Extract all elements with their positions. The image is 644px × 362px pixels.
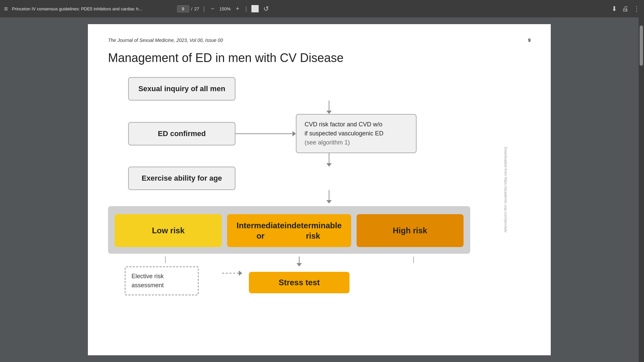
box-sexual-inquiry: Sexual inquiry of all men (128, 77, 235, 101)
risk-container: Low risk Intermediate or indeterminable … (108, 206, 470, 254)
main-container: The Journal of Sexual Medicine, 2023, Vo… (0, 17, 644, 362)
box-cvd-risk: CVD risk factor and CVD w/o if suspected… (296, 114, 417, 153)
cvd-risk-line1: CVD risk factor and CVD w/o (305, 120, 382, 129)
zoom-controls: − 150% + (209, 5, 241, 13)
ed-row: ED confirmed CVD risk factor and CVD w/o… (108, 114, 477, 153)
more-options-button[interactable]: ⋮ (633, 5, 640, 13)
download-icon: ⬇ (611, 5, 617, 12)
intermediate-column: Stress test (242, 256, 356, 293)
print-button[interactable]: 🖨 (622, 5, 629, 13)
zoom-level: 150% (218, 6, 232, 11)
bottom-row: Elective risk assessment Stress test (108, 256, 470, 295)
cvd-risk-line3: (see algorithm 1) (305, 138, 350, 147)
box-stress-test: Stress test (249, 272, 350, 293)
menu-button[interactable]: ≡ (4, 5, 8, 13)
box-intermediate-risk: Intermediate or indeterminable risk (227, 214, 351, 247)
download-button[interactable]: ⬇ (611, 5, 617, 13)
pdf-area: The Journal of Sexual Medicine, 2023, Vo… (0, 17, 639, 362)
arrow-ed-to-cvd (235, 131, 296, 136)
document-title: Princeton IV consensus guidelines: PDE5 … (12, 6, 173, 11)
menu-icon: ≡ (4, 5, 8, 12)
toolbar: ≡ Princeton IV consensus guidelines: PDE… (0, 0, 644, 17)
separator-2: | (245, 5, 247, 12)
side-text: Downloaded from https://academic.oup.com… (504, 147, 508, 233)
page-number-display: 9 (528, 38, 531, 43)
arrow-intermediate-shaft (299, 256, 300, 263)
arrow-sexual-to-ed (181, 101, 477, 114)
arrow-low-shaft (165, 256, 166, 263)
box-ed-confirmed: ED confirmed (128, 122, 235, 145)
box-exercise-ability: Exercise ability for age (128, 167, 235, 190)
scrollbar-thumb[interactable] (640, 25, 643, 66)
low-risk-column: Elective risk assessment (108, 256, 222, 295)
box-elective-risk: Elective risk assessment (125, 266, 199, 295)
intermediate-risk-line1: Intermediate or (236, 220, 284, 241)
elective-line1: Elective risk (131, 273, 164, 280)
dashed-h-arrowhead (239, 270, 242, 276)
fit-page-icon: ⬜ (251, 5, 259, 12)
page-separator: / (191, 6, 193, 11)
separator-1: | (203, 5, 205, 12)
history-icon: ↺ (263, 5, 269, 12)
zoom-in-button[interactable]: + (234, 5, 241, 13)
zoom-out-button[interactable]: − (209, 5, 216, 13)
box-high-risk: High risk (357, 214, 464, 247)
scrollbar[interactable] (639, 17, 644, 362)
dashed-arrow (222, 270, 242, 276)
box-low-risk: Low risk (115, 214, 222, 247)
cvd-risk-line2: if suspected vasculogenic ED (305, 129, 383, 138)
page-total: 27 (194, 6, 199, 11)
intermediate-risk-line2: indeterminable risk (284, 220, 342, 241)
journal-header: The Journal of Sexual Medicine, 2023, Vo… (108, 38, 531, 43)
more-options-icon: ⋮ (633, 5, 640, 12)
arrow-intermediate-head (297, 263, 302, 266)
page-number-input[interactable] (177, 5, 189, 12)
arrow-high-shaft (413, 256, 414, 263)
pdf-page: The Journal of Sexual Medicine, 2023, Vo… (88, 24, 551, 355)
dashed-h-line (222, 273, 239, 274)
print-icon: 🖨 (622, 5, 629, 12)
arrow-ed-to-exercise (181, 153, 477, 167)
arrow-exercise-to-risk (181, 190, 477, 203)
elective-line2: assessment (131, 282, 164, 289)
page-title: Management of ED in men with CV Disease (108, 51, 531, 65)
fit-page-button[interactable]: ⬜ (251, 5, 259, 13)
high-risk-column (356, 256, 470, 263)
journal-info: The Journal of Sexual Medicine, 2023, Vo… (108, 38, 223, 43)
flowchart: Sexual inquiry of all men ED confirmed (108, 77, 477, 295)
page-navigation: / 27 (177, 5, 199, 12)
history-button[interactable]: ↺ (263, 5, 269, 13)
toolbar-right-icons: ⬇ 🖨 ⋮ (611, 5, 640, 13)
